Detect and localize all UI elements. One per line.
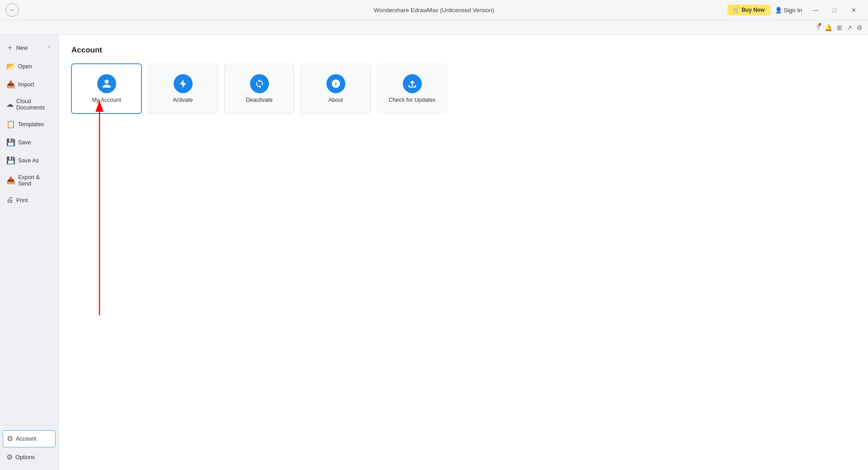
card-my-account[interactable]: My Account <box>71 64 142 114</box>
activate-label: Activate <box>173 97 193 103</box>
sidebar-item-open[interactable]: 📂 Open <box>0 57 58 76</box>
cart-icon: 🛒 <box>733 7 740 13</box>
save-as-icon: 💾 <box>6 156 15 165</box>
back-button[interactable]: ← <box>5 3 19 17</box>
titlebar: ← Wondershare EdrawMax (Unlicensed Versi… <box>0 0 868 20</box>
sidebar-item-save-as[interactable]: 💾 Save As <box>0 152 58 170</box>
sidebar-item-account[interactable]: ⚙ Account <box>3 430 56 447</box>
app-title: Wondershare EdrawMax (Unlicensed Version… <box>374 7 494 14</box>
deactivate-icon <box>250 74 269 93</box>
window-controls: — □ ✕ <box>807 3 863 17</box>
sidebar-label-account: Account <box>16 436 36 442</box>
card-about[interactable]: About <box>301 64 371 114</box>
cards-grid: My Account Activate Deactivate <box>71 64 855 114</box>
templates-icon: 📋 <box>6 120 15 128</box>
new-plus-icon: ＋ <box>46 43 52 51</box>
my-account-icon <box>97 74 116 93</box>
about-icon <box>326 74 345 93</box>
import-icon: 📥 <box>6 80 15 89</box>
titlebar-left: ← <box>5 3 19 17</box>
toolbar-row: ? 🔔 ⊞ ↗ ⚙ <box>0 20 868 35</box>
sidebar-label-new: New <box>16 45 28 51</box>
open-icon: 📂 <box>6 62 15 71</box>
about-label: About <box>328 97 343 103</box>
sidebar-item-templates[interactable]: 📋 Templates <box>0 115 58 133</box>
sidebar-label-open: Open <box>18 63 32 70</box>
new-icon: ＋ <box>6 43 14 52</box>
titlebar-right: 🛒 Buy Now 👤 Sign In — □ ✕ <box>727 3 863 17</box>
cloud-icon: ☁ <box>6 100 14 109</box>
sidebar-item-options[interactable]: ⚙ Options <box>0 448 58 466</box>
sidebar-label-cloud: Cloud Documents <box>16 98 52 111</box>
sidebar-item-import[interactable]: 📥 Import <box>0 76 58 94</box>
sidebar-item-save[interactable]: 💾 Save <box>0 133 58 152</box>
grid-icon[interactable]: ⊞ <box>837 24 842 31</box>
buy-now-button[interactable]: 🛒 Buy Now <box>727 5 770 15</box>
sidebar-label-import: Import <box>18 81 34 88</box>
settings-icon[interactable]: ⚙ <box>857 24 863 31</box>
sidebar-label-save: Save <box>18 139 31 146</box>
sidebar-label-export: Export & Send <box>18 174 52 187</box>
sidebar-top: ＋ New ＋ 📂 Open 📥 Import ☁ Cloud Document… <box>0 35 58 425</box>
account-icon: ⚙ <box>7 434 13 443</box>
save-icon: 💾 <box>6 138 15 147</box>
user-icon: 👤 <box>775 7 782 14</box>
close-button[interactable]: ✕ <box>844 3 863 17</box>
minimize-button[interactable]: — <box>807 3 825 17</box>
page-title: Account <box>71 46 855 55</box>
maximize-button[interactable]: □ <box>826 3 844 17</box>
bell-icon[interactable]: 🔔 <box>825 24 832 31</box>
my-account-label: My Account <box>92 97 121 103</box>
sidebar-label-options: Options <box>15 454 35 461</box>
sidebar-label-print: Print <box>16 197 28 204</box>
content-area: Account My Account Activate <box>59 35 868 470</box>
sidebar-item-export[interactable]: 📤 Export & Send <box>0 170 58 191</box>
sidebar: ＋ New ＋ 📂 Open 📥 Import ☁ Cloud Document… <box>0 35 59 470</box>
sidebar-item-new[interactable]: ＋ New ＋ <box>0 38 58 57</box>
main-layout: ＋ New ＋ 📂 Open 📥 Import ☁ Cloud Document… <box>0 35 868 470</box>
check-updates-label: Check for Updates <box>389 97 436 103</box>
export-icon: 📤 <box>6 176 15 185</box>
sidebar-bottom: ⚙ Account ⚙ Options <box>0 425 58 470</box>
deactivate-label: Deactivate <box>246 97 273 103</box>
help-icon[interactable]: ? <box>816 24 820 31</box>
card-activate[interactable]: Activate <box>148 64 218 114</box>
activate-icon <box>174 74 193 93</box>
options-icon: ⚙ <box>6 453 13 461</box>
sign-in-button[interactable]: 👤 Sign In <box>775 7 802 14</box>
sidebar-item-print[interactable]: 🖨 Print <box>0 191 58 209</box>
print-icon: 🖨 <box>6 196 14 204</box>
card-deactivate[interactable]: Deactivate <box>224 64 294 114</box>
card-check-updates[interactable]: Check for Updates <box>377 64 447 114</box>
sidebar-label-templates: Templates <box>18 121 44 128</box>
share-icon[interactable]: ↗ <box>847 24 852 31</box>
sidebar-label-save-as: Save As <box>18 157 39 164</box>
sidebar-item-cloud[interactable]: ☁ Cloud Documents <box>0 94 58 115</box>
check-updates-icon <box>403 74 422 93</box>
